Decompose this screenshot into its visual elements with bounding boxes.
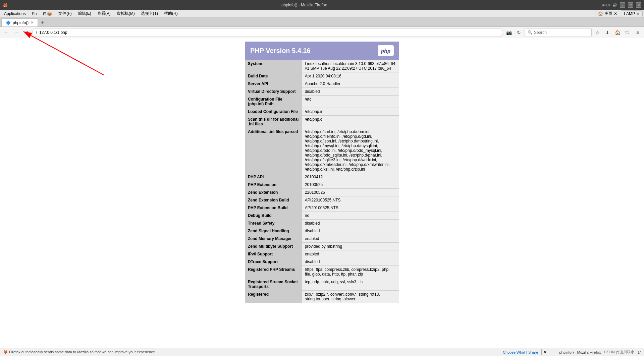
- table-key: Thread Safety: [245, 220, 302, 227]
- table-key: PHP Extension Build: [245, 204, 302, 212]
- close-notification-button[interactable]: ✕: [541, 349, 549, 355]
- table-row: Zend Extension220100525: [245, 189, 399, 196]
- table-row: IPv6 Supportenabled: [245, 250, 399, 258]
- tab-phpinfo[interactable]: 🔷 phpinfo() ✕: [1, 18, 38, 26]
- window-controls: 04:18 🔊 ─ □ ✕: [600, 2, 641, 8]
- table-key: Virtual Directory Support: [245, 88, 302, 96]
- table-value: enabled: [302, 235, 399, 243]
- table-row: Additional .ini files parsed/etc/php.d/c…: [245, 128, 399, 173]
- forward-button[interactable]: →: [12, 28, 21, 37]
- table-key: Zend Extension Build: [245, 196, 302, 204]
- php-info-table: SystemLinux localhost.localdomain 3.10.0…: [245, 60, 399, 303]
- table-value: 20100412: [302, 173, 399, 181]
- menu-vm[interactable]: 虚拟机(M): [114, 10, 138, 17]
- table-key: Registered Stream Socket Transports: [245, 278, 302, 291]
- choose-share-label[interactable]: Choose What I Share: [503, 350, 538, 354]
- table-row: Zend Multibyte Supportprovided by mbstri…: [245, 243, 399, 250]
- table-row: Loaded Configuration File/etc/php.ini: [245, 108, 399, 116]
- table-key: Additional .ini files parsed: [245, 128, 302, 173]
- table-row: Scan this dir for additional .ini files/…: [245, 116, 399, 128]
- content-area: PHP Version 5.4.16 php SystemLinux local…: [0, 38, 644, 348]
- home-tab-close[interactable]: ✕: [614, 11, 617, 16]
- table-row: SystemLinux localhost.localdomain 3.10.0…: [245, 60, 399, 72]
- search-bar[interactable]: 🔍: [525, 28, 592, 37]
- menu-edit[interactable]: 编辑(E): [75, 10, 94, 17]
- reload-button[interactable]: ↺: [22, 28, 31, 37]
- nav-right-icons: 📷 ↻ 🔍 ☆ ⬇ 🏠 🛡 ≡: [504, 28, 642, 37]
- title-bar: 🦊 phpinfo() - Mozilla Firefox 04:18 🔊 ─ …: [0, 0, 644, 10]
- status-text: Firefox automatically sends some data to…: [9, 350, 156, 354]
- new-tab-button[interactable]: +: [38, 18, 46, 26]
- table-value: disabled: [302, 88, 399, 96]
- tab-bar: 🔷 phpinfo() ✕ +: [0, 17, 644, 27]
- table-key: Registered PHP Streams: [245, 266, 302, 278]
- table-value: API20100525,NTS: [302, 204, 399, 212]
- table-value: tcp, udp, unix, udg, ssl, sslv3, tls: [302, 278, 399, 291]
- table-key: Configuration File (php.ini) Path: [245, 96, 302, 108]
- menu-applications[interactable]: Applications: [1, 11, 29, 17]
- table-row: Registeredzlib.*, bzip2.*, convert.iconv…: [245, 291, 399, 303]
- table-key: Zend Memory Manager: [245, 235, 302, 243]
- menu-help[interactable]: 帮助(H): [161, 10, 180, 17]
- table-row: Registered PHP Streamshttps, ftps, compr…: [245, 266, 399, 278]
- taskbar-label: phpinfo() - Mozilla Firefox: [559, 350, 601, 354]
- table-key: PHP Extension: [245, 181, 302, 189]
- table-row: PHP Extension20100525: [245, 181, 399, 189]
- search-input[interactable]: [534, 30, 589, 35]
- menu-tabs[interactable]: 选项卡(T): [138, 10, 161, 17]
- table-key: Registered: [245, 291, 302, 303]
- table-value: 20100525: [302, 181, 399, 189]
- table-value: Apache 2.0 Handler: [302, 80, 399, 88]
- maximize-button[interactable]: □: [628, 2, 633, 8]
- table-value: /etc: [302, 96, 399, 108]
- tab-close-button[interactable]: ✕: [31, 20, 34, 25]
- table-value: zlib.*, bzip2.*, convert.iconv.*, string…: [302, 291, 399, 303]
- status-message: 🦊 Firefox automatically sends some data …: [3, 350, 156, 354]
- minimize-button[interactable]: ─: [620, 2, 625, 8]
- menu-pu[interactable]: Pu: [29, 11, 40, 17]
- home-nav-button[interactable]: 🏠: [613, 28, 622, 37]
- save-button[interactable]: ⬇: [603, 28, 612, 37]
- volume-icon: 🔊: [612, 3, 617, 7]
- table-value: Apr 1 2020 04:08:16: [302, 72, 399, 80]
- tab-favicon: 🔷: [6, 20, 11, 25]
- table-row: DTrace Supportdisabled: [245, 258, 399, 266]
- shield-button[interactable]: 🛡: [623, 28, 632, 37]
- menu-view[interactable]: 查看(V): [95, 10, 113, 17]
- table-value: https, ftps, compress.zlib, compress.bzi…: [302, 266, 399, 278]
- lamp-label: LAMP: [624, 11, 635, 16]
- table-row: Zend Memory Managerenabled: [245, 235, 399, 243]
- camera-button[interactable]: 📷: [504, 28, 513, 37]
- menu-bar: Applications Pu ⊟ 📦 文件(F) 编辑(E) 查看(V) 虚拟…: [0, 10, 644, 17]
- reload-icon-button[interactable]: ↻: [515, 28, 523, 37]
- table-row: Server APIApache 2.0 Handler: [245, 80, 399, 88]
- table-key: Zend Multibyte Support: [245, 243, 302, 250]
- table-key: DTrace Support: [245, 258, 302, 266]
- address-bar[interactable]: ℹ: [32, 28, 503, 37]
- bookmark-button[interactable]: ☆: [593, 28, 602, 37]
- search-icon: 🔍: [528, 30, 533, 35]
- table-key: Debug Build: [245, 212, 302, 220]
- table-row: Zend Signal Handlingdisabled: [245, 227, 399, 235]
- table-row: Debug Buildno: [245, 212, 399, 220]
- table-value: disabled: [302, 227, 399, 235]
- php-info-container: PHP Version 5.4.16 php SystemLinux local…: [245, 42, 399, 345]
- table-row: PHP Extension BuildAPI20100525,NTS: [245, 204, 399, 212]
- table-value: provided by mbstring: [302, 243, 399, 250]
- home-tab[interactable]: 🏠 主页 ✕: [595, 10, 620, 17]
- table-row: Build DateApr 1 2020 04:08:16: [245, 72, 399, 80]
- lamp-tab[interactable]: LAMP ✕: [621, 10, 643, 17]
- table-value: disabled: [302, 258, 399, 266]
- status-right: Choose What I Share ✕ phpinfo() - Mozill…: [503, 349, 641, 355]
- lamp-close[interactable]: ✕: [636, 11, 640, 16]
- php-version: PHP Version 5.4.16: [250, 47, 311, 55]
- menu-button[interactable]: ≡: [633, 28, 642, 37]
- menu-file[interactable]: 文件(F): [56, 10, 74, 17]
- table-value: API220100525,NTS: [302, 196, 399, 204]
- home-icon: 🏠: [598, 11, 603, 16]
- close-button[interactable]: ✕: [636, 2, 641, 8]
- url-input[interactable]: [39, 30, 499, 35]
- table-row: Thread Safetydisabled: [245, 220, 399, 227]
- table-key: Zend Signal Handling: [245, 227, 302, 235]
- back-button[interactable]: ←: [2, 28, 11, 37]
